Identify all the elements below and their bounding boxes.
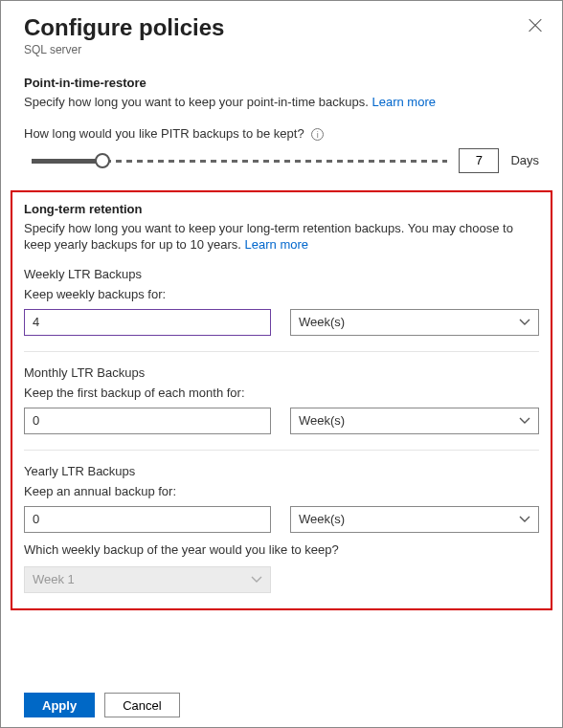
monthly-unit-label: Week(s) bbox=[299, 413, 345, 428]
yearly-value-input[interactable] bbox=[24, 506, 271, 533]
chevron-down-icon bbox=[519, 514, 530, 525]
info-icon[interactable]: i bbox=[311, 128, 324, 141]
weekly-unit-label: Week(s) bbox=[299, 315, 345, 329]
ltr-section-title: Long-term retention bbox=[24, 202, 539, 216]
apply-button[interactable]: Apply bbox=[24, 693, 95, 717]
divider bbox=[24, 450, 539, 451]
ltr-learn-more-link[interactable]: Learn more bbox=[245, 237, 308, 252]
yearly-unit-select[interactable]: Week(s) bbox=[290, 506, 539, 533]
weekly-ltr-section: Weekly LTR Backups Keep weekly backups f… bbox=[24, 267, 539, 336]
monthly-ltr-section: Monthly LTR Backups Keep the first backu… bbox=[24, 365, 539, 434]
which-week-question: Which weekly backup of the year would yo… bbox=[24, 542, 539, 557]
chevron-down-icon bbox=[519, 415, 530, 427]
content-area: Point-in-time-restore Specify how long y… bbox=[1, 64, 562, 173]
pitr-question-row: How long would you like PITR backups to … bbox=[24, 126, 539, 141]
which-week-value: Week 1 bbox=[33, 572, 75, 586]
pitr-question-text: How long would you like PITR backups to … bbox=[24, 126, 304, 141]
cancel-button[interactable]: Cancel bbox=[104, 693, 179, 717]
weekly-title: Weekly LTR Backups bbox=[24, 267, 539, 281]
ltr-highlight-box: Long-term retention Specify how long you… bbox=[11, 190, 552, 610]
pitr-section-title: Point-in-time-restore bbox=[24, 76, 539, 90]
configure-policies-panel: Configure policies SQL server Point-in-t… bbox=[0, 0, 563, 728]
pitr-slider[interactable] bbox=[32, 153, 447, 168]
weekly-unit-select[interactable]: Week(s) bbox=[290, 309, 539, 336]
pitr-unit-label: Days bbox=[510, 153, 539, 167]
pitr-value-input[interactable] bbox=[459, 148, 499, 173]
divider bbox=[24, 351, 539, 352]
which-week-select: Week 1 bbox=[24, 566, 271, 593]
page-title: Configure policies bbox=[24, 14, 539, 41]
page-subtitle: SQL server bbox=[24, 43, 539, 56]
pitr-slider-row: Days bbox=[24, 148, 539, 173]
chevron-down-icon bbox=[251, 574, 262, 585]
yearly-ltr-section: Yearly LTR Backups Keep an annual backup… bbox=[24, 464, 539, 593]
slider-thumb[interactable] bbox=[95, 153, 110, 168]
footer-bar: Apply Cancel bbox=[1, 683, 562, 727]
pitr-desc-text: Specify how long you want to keep your p… bbox=[24, 95, 372, 109]
monthly-unit-select[interactable]: Week(s) bbox=[290, 408, 539, 434]
monthly-value-input[interactable] bbox=[24, 408, 271, 434]
weekly-value-input[interactable] bbox=[24, 309, 271, 336]
slider-fill bbox=[32, 159, 102, 164]
pitr-learn-more-link[interactable]: Learn more bbox=[372, 95, 435, 109]
weekly-label: Keep weekly backups for: bbox=[24, 287, 539, 301]
ltr-section-desc: Specify how long you want to keep your l… bbox=[24, 220, 539, 254]
panel-header: Configure policies SQL server bbox=[1, 1, 562, 64]
chevron-down-icon bbox=[519, 317, 530, 328]
pitr-section-desc: Specify how long you want to keep your p… bbox=[24, 94, 539, 111]
yearly-unit-label: Week(s) bbox=[299, 512, 345, 526]
yearly-title: Yearly LTR Backups bbox=[24, 464, 539, 478]
yearly-label: Keep an annual backup for: bbox=[24, 484, 539, 498]
monthly-label: Keep the first backup of each month for: bbox=[24, 386, 539, 400]
monthly-title: Monthly LTR Backups bbox=[24, 365, 539, 380]
close-icon[interactable] bbox=[528, 18, 543, 33]
